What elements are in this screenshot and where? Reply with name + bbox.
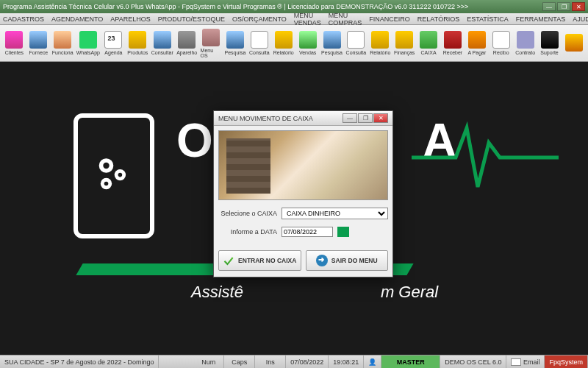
toolbar-fornece-button[interactable]: Fornece [27, 26, 50, 60]
status-date: 07/08/2022 [286, 355, 329, 368]
toolbar-relatorio-button[interactable]: Relatório [272, 26, 295, 60]
toolbar-menuos-button[interactable]: Menu OS [200, 26, 223, 60]
toolbar-apagar-button[interactable]: A Pagar [465, 26, 488, 60]
caixa-dialog: MENU MOVIMENTO DE CAIXA — ❐ ✕ Selecione … [213, 110, 393, 277]
status-time: 19:08:21 [329, 355, 364, 368]
consulta-icon [347, 31, 365, 49]
gears-icon [88, 150, 140, 202]
dialog-close-button[interactable]: ✕ [373, 113, 388, 123]
check-icon [223, 255, 234, 266]
produtos-icon [129, 31, 146, 49]
sair-menu-button[interactable]: SAIR DO MENU [306, 250, 389, 271]
caixa-icon [420, 31, 437, 49]
menu-relatorios[interactable]: RELATÓRIOS [417, 15, 459, 23]
window-controls: — ❐ ✕ [542, 2, 585, 11]
relatorio-icon [371, 31, 389, 49]
toolbar-whats-button[interactable]: WhatsApp [76, 26, 101, 60]
toolbar-financas-button[interactable]: Finanças [393, 26, 416, 60]
toolbar-pesquisa-button[interactable]: Pesquisa [224, 26, 247, 60]
toolbar-funciona-button[interactable]: Funciona [51, 26, 74, 60]
toolbar-recibo-button[interactable]: Recibo [490, 26, 512, 60]
minimize-button[interactable]: — [542, 2, 556, 11]
toolbar-agenda-button[interactable]: Agenda [102, 26, 125, 60]
toolbar-receber-button[interactable]: Receber [442, 26, 465, 60]
menu-ajuda[interactable]: AJUDA [573, 15, 588, 23]
suporte-icon [541, 31, 559, 49]
data-row: Informe a DATA [218, 227, 388, 237]
menu-os-orcamento[interactable]: OS/ORÇAMENTO [232, 15, 287, 23]
recibo-icon [492, 31, 510, 49]
svg-point-5 [104, 182, 109, 186]
toolbar-contrato-button[interactable]: Contrato [514, 26, 537, 60]
toolbar-pesquisa-button[interactable]: Pesquisa [320, 26, 343, 60]
consulta-icon [251, 31, 268, 49]
pesquisa-icon [323, 31, 341, 49]
toolbar-clientes-button[interactable]: Clientes [3, 26, 26, 60]
aparelho-icon [178, 31, 196, 49]
entrar-caixa-button[interactable]: ENTRAR NO CAIXA [218, 250, 301, 271]
dialog-maximize-button[interactable]: ❐ [358, 113, 373, 123]
caixa-select[interactable]: CAIXA DINHEIRO [282, 208, 388, 219]
status-user-icon: 👤 [364, 355, 381, 368]
menu-aparelhos[interactable]: APARELHOS [110, 15, 150, 23]
toolbar-consulta-button[interactable]: Consulta [248, 26, 270, 60]
fornece-icon [29, 31, 47, 49]
menuos-icon [202, 29, 220, 46]
toolbar-aparelho-button[interactable]: Aparelho [176, 26, 198, 60]
status-master: MASTER [381, 355, 440, 368]
toolbar-consultar-button[interactable]: Consultar [151, 26, 174, 60]
menu-compras[interactable]: MENU COMPRAS [329, 12, 362, 26]
toolbar: ClientesForneceFuncionaWhatsAppAgendaPro… [0, 25, 588, 62]
data-label: Informe a DATA [218, 228, 277, 236]
toolbar-caixa-button[interactable]: CAIXA [417, 26, 440, 60]
dialog-body: Selecione o CAIXA CAIXA DINHEIRO Informe… [214, 126, 392, 277]
dialog-window-controls: — ❐ ✕ [343, 113, 388, 123]
status-email[interactable]: Email [506, 355, 545, 368]
caixa-row: Selecione o CAIXA CAIXA DINHEIRO [218, 208, 388, 219]
caixa-label: Selecione o CAIXA [218, 210, 277, 217]
exit-icon [316, 255, 328, 266]
dialog-buttons: ENTRAR NO CAIXA SAIR DO MENU [218, 247, 388, 272]
receber-icon [444, 31, 462, 49]
dialog-titlebar[interactable]: MENU MOVIMENTO DE CAIXA — ❐ ✕ [214, 111, 392, 126]
menu-ferramentas[interactable]: FERRAMENTAS [516, 15, 565, 23]
status-fpqsystem[interactable]: FpqSystem [545, 355, 588, 368]
data-input[interactable] [282, 227, 333, 237]
brand-tagline: Assistê m Geral [191, 283, 438, 302]
menu-financeiro[interactable]: FINANCEIRO [369, 15, 410, 23]
financas-icon [395, 31, 413, 49]
dialog-minimize-button[interactable]: — [343, 113, 357, 123]
funciona-icon [54, 31, 71, 49]
mail-icon [511, 358, 521, 366]
relatorio-icon [275, 31, 293, 49]
vendas-icon [299, 31, 317, 49]
menu-produto-estoque[interactable]: PRODUTO/ESTOQUE [158, 15, 225, 23]
close-button[interactable]: ✕ [572, 2, 585, 11]
calendar-icon[interactable] [337, 227, 349, 237]
toolbar-exit-button[interactable] [562, 26, 585, 60]
toolbar-produtos-button[interactable]: Produtos [126, 26, 149, 60]
exit-door-icon [565, 34, 583, 52]
status-bar: SUA CIDADE - SP 7 de Agosto de 2022 - Do… [0, 355, 588, 368]
svg-point-1 [103, 163, 109, 169]
pulse-icon [412, 113, 559, 202]
menu-vendas[interactable]: MENU VENDAS [294, 12, 321, 26]
pesquisa-icon [226, 31, 244, 49]
status-location: SUA CIDADE - SP 7 de Agosto de 2022 - Do… [0, 355, 159, 368]
status-demo: DEMO OS CEL 6.0 [440, 355, 506, 368]
menu-cadastros[interactable]: CADASTROS [3, 15, 44, 23]
menu-agendamento[interactable]: AGENDAMENTO [51, 15, 103, 23]
toolbar-vendas-button[interactable]: Vendas [296, 26, 319, 60]
dialog-title: MENU MOVIMENTO DE CAIXA [218, 115, 313, 122]
whats-icon [79, 31, 97, 49]
maximize-button[interactable]: ❐ [557, 2, 570, 11]
window-title: Programa Assistência Técnica Celular v6.… [3, 3, 468, 10]
status-num: Num [193, 355, 224, 368]
toolbar-consulta-button[interactable]: Consulta [345, 26, 368, 60]
toolbar-suporte-button[interactable]: Suporte [538, 26, 561, 60]
svg-point-3 [118, 173, 123, 177]
agenda-icon [104, 31, 122, 49]
toolbar-relatorio-button[interactable]: Relatório [369, 26, 392, 60]
menu-estatistica[interactable]: ESTATÍSTICA [467, 15, 509, 23]
menu-bar: CADASTROS AGENDAMENTO APARELHOS PRODUTO/… [0, 13, 588, 25]
